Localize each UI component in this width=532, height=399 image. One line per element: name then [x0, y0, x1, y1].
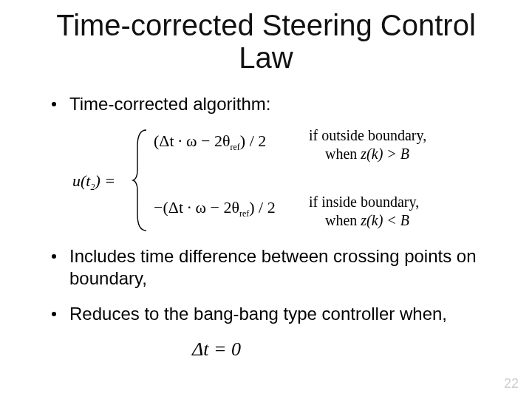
case2-condition: if inside boundary, when z(k) < B [309, 194, 471, 229]
equation-case-2: −(Δt · ω − 2θref) / 2 if inside boundary… [154, 198, 276, 220]
case1-expr-a: (Δt · ω − 2θ [154, 132, 231, 150]
equation-case-1: (Δt · ω − 2θref) / 2 if outside boundary… [154, 132, 266, 154]
bullets-block: Time-corrected algorithm: u(t2) = (Δt · … [0, 74, 532, 361]
equation-lhs: u(t2) = [72, 171, 115, 193]
eq-u: u [72, 171, 81, 190]
eq-arg-open: (t [81, 171, 90, 190]
bullet-2: Includes time difference between crossin… [52, 245, 495, 290]
case1-cond-line1: if outside boundary, [309, 127, 471, 144]
eq-arg-close: ) = [95, 171, 115, 190]
case1-theta-sub: ref [231, 143, 240, 153]
dt-zero-equation: Δt = 0 [192, 338, 495, 361]
curly-brace-icon [132, 129, 151, 232]
case2-expr-a: −(Δt · ω − 2θ [154, 198, 239, 216]
case2-cond-line2: when z(k) < B [309, 212, 471, 229]
case1-expr: (Δt · ω − 2θref) / 2 [154, 132, 266, 153]
bullet-dot-icon [52, 254, 56, 259]
bullet-1: Time-corrected algorithm: [52, 93, 495, 115]
bullet-dot-icon [52, 102, 56, 106]
case2-cond-line1: if inside boundary, [309, 194, 471, 211]
page-number: 22 [504, 376, 519, 392]
bullet-3: Reduces to the bang-bang type controller… [52, 303, 495, 325]
case1-when: when [325, 146, 361, 162]
case1-cond-line2: when z(k) > B [309, 146, 471, 163]
dt0-text: Δt = 0 [192, 338, 241, 360]
case1-expr-b: ) / 2 [240, 132, 266, 150]
case2-theta-sub: ref [239, 209, 249, 219]
case2-zkb: z(k) < B [361, 212, 409, 228]
bullet-dot-icon [52, 312, 56, 316]
bullet-1-text: Time-corrected algorithm: [69, 93, 495, 115]
case1-condition: if outside boundary, when z(k) > B [309, 127, 471, 163]
case1-zkb: z(k) > B [361, 146, 409, 162]
equation-block: u(t2) = (Δt · ω − 2θref) / 2 if outside … [72, 129, 495, 232]
bullet-3-text: Reduces to the bang-bang type controller… [69, 303, 495, 325]
slide: Time-corrected Steering Control Law Time… [0, 0, 532, 399]
case2-when: when [325, 212, 361, 228]
case2-expr: −(Δt · ω − 2θref) / 2 [154, 198, 276, 219]
bullet-2-text: Includes time difference between crossin… [69, 245, 495, 290]
slide-title: Time-corrected Steering Control Law [0, 0, 532, 74]
case2-expr-b: ) / 2 [249, 198, 275, 216]
